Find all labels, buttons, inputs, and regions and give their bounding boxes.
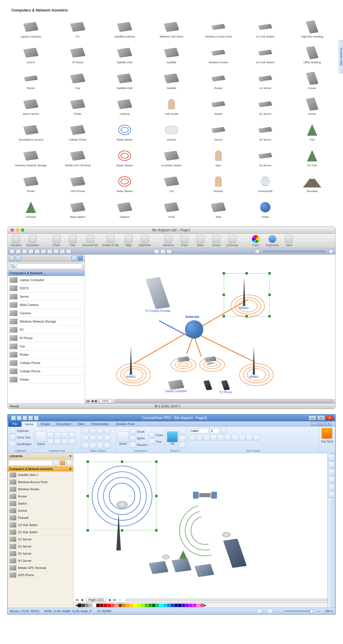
library-item[interactable]: Radio Waves	[105, 120, 144, 141]
shape-hexagon-icon[interactable]	[97, 435, 103, 441]
canvas-node-router[interactable]	[178, 357, 189, 361]
library-item[interactable]: Airplane	[105, 197, 144, 218]
color-swatch[interactable]	[89, 604, 92, 607]
library-item[interactable]: PC	[58, 17, 97, 38]
spline-tool-icon[interactable]	[62, 432, 68, 438]
sidebar-item[interactable]: Plotter	[8, 351, 85, 359]
minimize-icon[interactable]	[16, 228, 19, 232]
palette-next-icon[interactable]: ▶	[204, 604, 206, 607]
tab-home[interactable]: Home	[21, 421, 37, 427]
canvas-node-tower[interactable]	[116, 513, 121, 550]
library-item[interactable]: 3U Server	[246, 120, 285, 141]
color-swatch[interactable]	[137, 604, 141, 607]
canvas-node-house[interactable]	[151, 562, 167, 573]
canvas-node-house[interactable]	[174, 559, 190, 572]
italic-icon[interactable]	[210, 435, 217, 440]
sidebar-item[interactable]: Web-Camera	[8, 301, 85, 309]
color-swatch[interactable]	[186, 604, 189, 607]
library-item[interactable]: Printer	[11, 171, 50, 193]
shape-star-icon[interactable]	[104, 435, 110, 441]
sidebar-item[interactable]: DDCS	[8, 284, 85, 293]
library-item[interactable]: Cellular Phone	[58, 120, 97, 141]
shape-cross-icon[interactable]	[83, 443, 89, 449]
grid-icon[interactable]	[160, 249, 165, 254]
spline-conn-icon[interactable]	[130, 436, 136, 441]
library-item[interactable]: GPS Phone	[8, 572, 73, 579]
library-item[interactable]: House	[293, 94, 332, 115]
library-item[interactable]: Laptop Computer	[11, 17, 50, 38]
canvas-node-dish[interactable]	[116, 499, 128, 510]
font-size-select[interactable]	[210, 428, 219, 433]
maximize-icon[interactable]: ☐	[317, 415, 325, 420]
dynamic-help-tab[interactable]: Dynamic Help	[339, 40, 343, 73]
library-item[interactable]: Ship	[199, 197, 238, 218]
color-swatch[interactable]	[193, 604, 196, 607]
shape-more-icon[interactable]	[104, 443, 110, 449]
library-item[interactable]: Switch	[8, 500, 73, 507]
library-item[interactable]: 3U Server	[8, 550, 73, 557]
zoom-field[interactable]: 100%	[99, 399, 112, 403]
library-item[interactable]: 2U Hub Switch	[246, 43, 285, 64]
prev-page-icon[interactable]: ◀	[81, 598, 83, 601]
win-canvas[interactable]	[73, 453, 327, 597]
library-item[interactable]: Globe	[246, 197, 285, 218]
text-tool-icon[interactable]	[60, 249, 65, 254]
first-page-icon[interactable]: ⏮	[76, 598, 79, 601]
library-item[interactable]: Call-Center	[152, 94, 191, 115]
rotate-icon[interactable]	[328, 477, 335, 483]
bold-icon[interactable]	[203, 435, 210, 440]
library-item[interactable]: Truck	[152, 197, 191, 218]
tree-icon[interactable]	[149, 439, 155, 445]
library-item[interactable]: Wireless Network Storage	[11, 146, 50, 167]
ellipse-tool-icon[interactable]	[55, 439, 61, 445]
eyedropper-icon[interactable]	[9, 441, 16, 447]
library-item[interactable]: Device	[199, 120, 238, 141]
toolbar-reverse-link-button[interactable]: Reverse link	[83, 235, 98, 247]
zoom-icon[interactable]	[328, 462, 335, 468]
win-titlebar[interactable]: ConceptDraw PRO - [My diagram - Page1] —…	[8, 414, 335, 421]
valign-icon[interactable]	[246, 435, 252, 440]
doc-restore-icon[interactable]: ☐	[318, 422, 325, 426]
library-item[interactable]: 4U Server	[246, 146, 285, 167]
toolbar-tree-button[interactable]: Tree	[67, 235, 79, 247]
sidebar-item[interactable]: PC	[8, 326, 85, 334]
poly-tool-icon[interactable]	[62, 439, 68, 445]
sidebar-item[interactable]: Cellular Phone	[8, 359, 85, 367]
sidebar-library-header[interactable]: Computers & Network…	[8, 270, 85, 276]
last-page-icon[interactable]: ⏭	[113, 598, 116, 601]
sidebar-item[interactable]: Cellular Phone	[8, 367, 85, 376]
library-item[interactable]: Satellite Dish 2	[8, 471, 73, 479]
sidebar-item[interactable]: IP Phone	[8, 334, 85, 342]
library-item[interactable]: In-vehicle Station	[152, 146, 191, 167]
text-tool-icon[interactable]	[69, 439, 75, 445]
close-icon[interactable]	[11, 228, 14, 232]
color-swatch[interactable]	[100, 604, 103, 607]
toolbar-templates-button[interactable]: Templates	[26, 235, 39, 247]
shape-roundrect-icon[interactable]	[90, 428, 96, 434]
horizontal-scrollbar[interactable]	[125, 598, 327, 601]
font-family-select[interactable]	[189, 428, 208, 433]
canvas-node-office[interactable]	[228, 539, 242, 568]
panel-menu-icon[interactable]: ▾	[70, 454, 71, 458]
align-center-icon[interactable]	[232, 435, 238, 440]
library-item[interactable]: Web-Camera	[11, 94, 50, 115]
library-item[interactable]: 4U Server	[8, 557, 73, 564]
zoom-out-icon[interactable]	[255, 249, 260, 254]
library-item[interactable]: Mountain	[293, 171, 332, 193]
library-item[interactable]: Router	[8, 493, 73, 500]
minimize-icon[interactable]: —	[308, 415, 316, 420]
rect-tool-icon[interactable]	[47, 249, 52, 254]
qat-more-icon[interactable]	[34, 416, 39, 420]
library-item[interactable]: Wireless Access Point	[199, 17, 238, 38]
library-item[interactable]: Device	[8, 507, 73, 514]
library-item[interactable]: GPS Phone	[58, 171, 97, 193]
library-item[interactable]: 2U Server	[8, 543, 73, 550]
canvas-node-satellite[interactable]	[199, 493, 211, 497]
library-item[interactable]: Plotter	[58, 94, 97, 115]
arc-tool-icon[interactable]	[41, 249, 46, 254]
clone-tool-icon[interactable]	[9, 434, 16, 440]
color-swatch[interactable]	[107, 604, 111, 607]
toolbar-align-button[interactable]: Align	[123, 235, 135, 247]
library-item[interactable]: Base Station	[58, 197, 97, 218]
canvas-node-internet[interactable]	[185, 320, 203, 339]
